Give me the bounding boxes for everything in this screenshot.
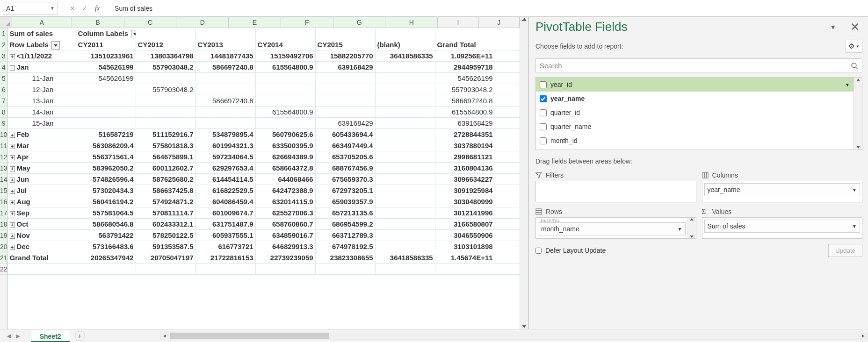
row-header[interactable]: 14 — [0, 174, 7, 185]
pivot-value-cell[interactable]: 653705205.6 — [316, 151, 376, 162]
cell[interactable] — [495, 207, 520, 218]
row-header[interactable]: 15 — [0, 185, 7, 196]
pivot-value-cell[interactable]: 586697240.8 — [196, 62, 256, 72]
pivot-value-cell[interactable] — [256, 95, 316, 106]
column-header[interactable]: E — [229, 17, 281, 28]
defer-update-checkbox[interactable] — [535, 248, 542, 254]
cell[interactable] — [495, 252, 520, 263]
row-header[interactable]: 1 — [0, 28, 7, 39]
pivot-value-cell[interactable]: 634859016.7 — [256, 230, 316, 241]
cell[interactable] — [256, 264, 316, 274]
pivot-value-cell[interactable]: 674978192.5 — [316, 241, 376, 252]
pivot-row-label[interactable]: +May — [8, 163, 76, 173]
pivot-value-cell[interactable]: 658760860.7 — [256, 219, 316, 229]
pivot-value-cell[interactable]: 3160804136 — [435, 163, 495, 173]
field-checkbox[interactable] — [540, 81, 547, 88]
pivot-value-cell[interactable]: 20265347942 — [76, 252, 136, 263]
pivot-value-cell[interactable]: 631751487.9 — [196, 219, 256, 229]
pivot-value-cell[interactable]: 633500395.9 — [256, 140, 316, 151]
pivot-value-cell[interactable] — [376, 219, 435, 229]
pivot-value-cell[interactable]: 21722816153 — [196, 252, 256, 263]
field-list-scrollbar[interactable] — [854, 78, 862, 150]
formula-input[interactable]: Sum of sales — [113, 2, 868, 15]
column-header[interactable]: F — [281, 17, 333, 28]
pivot-column-header[interactable]: Grand Total — [435, 39, 495, 50]
cell[interactable] — [495, 73, 520, 84]
row-header[interactable]: 8 — [0, 107, 7, 118]
pivot-column-header[interactable]: CY2015 — [316, 39, 376, 50]
cell[interactable] — [495, 185, 520, 196]
pivot-value-cell[interactable]: 686954599.2 — [316, 219, 376, 229]
pivot-value-cell[interactable]: 644068466 — [256, 174, 316, 185]
pivot-value-cell[interactable]: 615564800.9 — [435, 107, 495, 117]
row-header[interactable]: 17 — [0, 207, 7, 219]
row-header[interactable]: 22 — [0, 264, 7, 275]
pivot-value-cell[interactable]: 3037880194 — [435, 140, 495, 151]
field-search-box[interactable] — [535, 58, 862, 72]
pivot-value-cell[interactable] — [256, 73, 316, 84]
cell[interactable] — [256, 28, 316, 39]
pivot-value-cell[interactable]: 564675899.1 — [136, 151, 196, 162]
values-dropzone[interactable]: Sum of sales ▼ — [702, 217, 863, 239]
pivot-value-cell[interactable] — [256, 84, 316, 95]
row-header[interactable]: 16 — [0, 196, 7, 207]
row-labels-filter-button[interactable] — [51, 41, 60, 50]
cell[interactable] — [435, 264, 495, 274]
pivot-value-cell[interactable] — [136, 107, 196, 117]
new-sheet-button[interactable]: + — [75, 331, 85, 341]
row-header[interactable]: 18 — [0, 219, 7, 230]
cell[interactable] — [495, 241, 520, 252]
pivot-value-cell[interactable]: 587625680.2 — [136, 174, 196, 185]
horizontal-scrollbar[interactable]: ◄ ► — [160, 332, 868, 340]
row-header[interactable]: 5 — [0, 73, 7, 84]
pivot-value-cell[interactable]: 616773721 — [196, 241, 256, 252]
pane-close-icon[interactable]: ✕ — [847, 21, 862, 34]
pivot-value-cell[interactable]: 14481877435 — [196, 50, 256, 61]
row-header[interactable]: 6 — [0, 84, 7, 95]
pivot-value-cell[interactable]: 663497449.4 — [316, 140, 376, 151]
pivot-value-cell[interactable] — [76, 84, 136, 95]
cell[interactable] — [76, 264, 136, 274]
scroll-up-icon[interactable] — [856, 78, 860, 81]
pivot-value-cell[interactable] — [256, 118, 316, 128]
expand-collapse-button[interactable]: + — [10, 133, 15, 138]
pivot-value-cell[interactable]: 646829913.3 — [256, 241, 316, 252]
filters-dropzone[interactable] — [535, 181, 696, 202]
pivot-value-cell[interactable] — [376, 151, 435, 162]
cell[interactable] — [495, 107, 520, 117]
pivot-value-cell[interactable]: 604086459.4 — [196, 196, 256, 207]
pivot-value-cell[interactable] — [136, 118, 196, 128]
pivot-row-label[interactable]: 14-Jan — [8, 107, 76, 117]
cell[interactable] — [495, 39, 520, 50]
pivot-value-cell[interactable]: 545626199 — [76, 62, 136, 72]
cell[interactable] — [495, 50, 520, 61]
expand-collapse-button[interactable]: + — [10, 189, 15, 194]
pivot-value-cell[interactable]: 586680546.8 — [76, 219, 136, 229]
sheet-tab-active[interactable]: Sheet2 — [31, 330, 70, 342]
cell[interactable] — [376, 264, 435, 274]
cell[interactable] — [196, 264, 256, 274]
columns-dropzone[interactable]: year_name ▼ — [702, 181, 863, 202]
row-header[interactable]: 20 — [0, 241, 7, 252]
pivot-value-cell[interactable]: 545626199 — [435, 73, 495, 84]
cell[interactable] — [495, 84, 520, 95]
name-box[interactable]: A1 ▼ — [3, 2, 58, 15]
pivot-column-header[interactable]: CY2012 — [136, 39, 196, 50]
pivot-value-cell[interactable]: 658664372.8 — [256, 163, 316, 173]
pivot-value-cell[interactable]: 570811114.7 — [136, 207, 196, 218]
pivot-value-cell[interactable] — [196, 73, 256, 84]
pivot-value-cell[interactable]: 639168429 — [435, 118, 495, 128]
cell[interactable] — [495, 174, 520, 185]
pivot-row-label[interactable]: +Nov — [8, 230, 76, 241]
pivot-row-label[interactable]: 13-Jan — [8, 95, 76, 106]
sheet-nav-next-icon[interactable]: ► — [15, 332, 22, 340]
sheet-nav-prev-icon[interactable]: ◄ — [6, 332, 12, 340]
pivot-row-label[interactable]: −Jan — [8, 62, 76, 72]
pivot-row-label[interactable]: +Jul — [8, 185, 76, 196]
cell[interactable] — [495, 62, 520, 72]
pane-menu-dropdown-icon[interactable]: ▼ — [827, 22, 839, 32]
cell[interactable] — [316, 28, 376, 39]
pivot-row-label[interactable]: +Jun — [8, 174, 76, 185]
pivot-value-cell[interactable] — [376, 163, 435, 173]
pivot-row-label[interactable]: +Oct — [8, 219, 76, 229]
